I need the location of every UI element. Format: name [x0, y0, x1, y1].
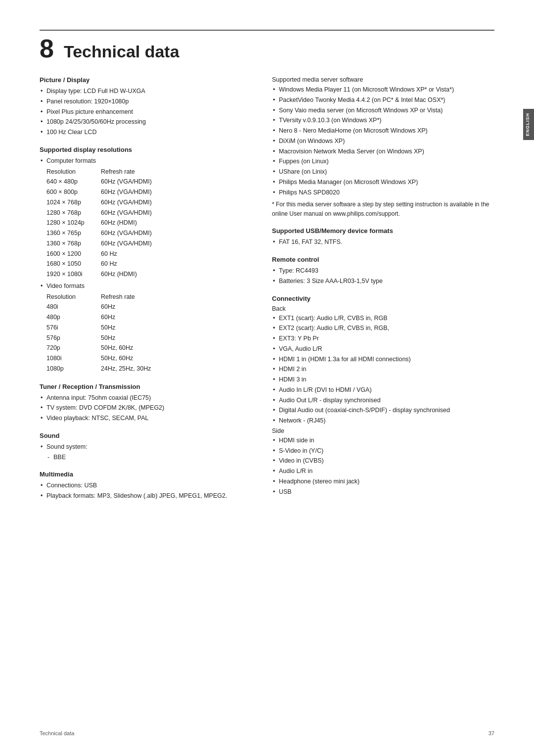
list-item: Antenna input: 75ohm coaxial (IEC75)	[40, 393, 252, 403]
list-item: HDMI 1 in (HDMI 1.3a for all HDMI connec…	[272, 355, 494, 364]
table-cell: 50Hz	[101, 323, 252, 333]
table-row: 1024 × 768p 60Hz (VGA/HDMI)	[46, 197, 252, 208]
list-item: VGA, Audio L/R	[272, 344, 494, 354]
table-row: 600 × 800p 60Hz (VGA/HDMI)	[46, 187, 252, 197]
table-cell: 60Hz	[101, 312, 252, 323]
table-row: 1600 × 1200 60 Hz	[46, 249, 252, 259]
footer-right: 37	[489, 730, 494, 736]
list-item: Audio Out L/R - display synchronised	[272, 396, 494, 405]
table-cell: 640 × 480p	[46, 177, 101, 187]
table-cell: 1080p	[46, 364, 101, 374]
table-row: 1680 × 1050 60 Hz	[46, 259, 252, 269]
computer-table-block: Resolution Refresh rate 640 × 480p 60Hz …	[40, 167, 252, 280]
list-item: Type: RC4493	[272, 266, 494, 276]
list-item: TVersity v.0.9.10.3 (on Windows XP*)	[272, 116, 494, 125]
list-item: Fuppes (on Linux)	[272, 157, 494, 166]
table-cell: Refresh rate	[101, 167, 252, 177]
supported-display-heading: Supported display resolutions	[40, 146, 252, 153]
list-item: BBE	[40, 453, 252, 462]
table-cell: 60Hz (VGA/HDMI)	[101, 197, 252, 208]
remote-control-list: Type: RC4493 Batteries: 3 Size AAA-LR03-…	[272, 266, 494, 286]
list-item: Batteries: 3 Size AAA-LR03-1,5V type	[272, 277, 494, 286]
table-cell: 600 × 800p	[46, 187, 101, 197]
table-cell: 576p	[46, 333, 101, 343]
table-cell: 480i	[46, 302, 101, 312]
list-item: Connections: USB	[40, 481, 252, 490]
list-item: Playback formats: MP3, Slideshow (.alb) …	[40, 491, 252, 501]
language-tab: ENGLISH	[523, 109, 534, 140]
table-cell: 720p	[46, 343, 101, 353]
list-item: PacketVideo Twonky Media 4.4.2 (on PC* &…	[272, 95, 494, 105]
computer-resolution-table: Resolution Refresh rate 640 × 480p 60Hz …	[46, 167, 252, 280]
list-item: Panel resolution: 1920×1080p	[40, 97, 252, 106]
remote-control-heading: Remote control	[272, 256, 494, 263]
section-number: 8	[40, 36, 54, 61]
list-item: 1080p 24/25/30/50/60Hz processing	[40, 117, 252, 127]
list-item: FAT 16, FAT 32, NTFS.	[272, 237, 494, 247]
list-item: Pixel Plus picture enhancement	[40, 107, 252, 117]
table-row: 1280 × 768p 60Hz (VGA/HDMI)	[46, 208, 252, 218]
tuner-list: Antenna input: 75ohm coaxial (IEC75) TV …	[40, 393, 252, 423]
list-item: EXT2 (scart): Audio L/R, CVBS in, RGB,	[272, 324, 494, 333]
section-heading: 8 Technical data	[40, 30, 494, 61]
list-item: Video playback: NTSC, SECAM, PAL	[40, 414, 252, 423]
table-row: 480i 60Hz	[46, 302, 252, 312]
list-item: Headphone (stereo mini jack)	[272, 477, 494, 486]
table-cell: 1280 × 1024p	[46, 218, 101, 228]
list-item: HDMI 2 in	[272, 365, 494, 374]
computer-formats-label-list: Computer formats	[40, 156, 252, 166]
table-cell: Refresh rate	[101, 292, 252, 302]
table-cell: 50Hz, 60Hz	[101, 343, 252, 353]
table-cell: 1024 × 768p	[46, 197, 101, 208]
video-resolution-table: Resolution Refresh rate 480i 60Hz 480p 6…	[46, 292, 252, 374]
usb-formats-list: FAT 16, FAT 32, NTFS.	[272, 237, 494, 247]
list-item: Network - (RJ45)	[272, 416, 494, 425]
list-item: EXT1 (scart): Audio L/R, CVBS in, RGB	[272, 314, 494, 323]
section-title: Technical data	[64, 42, 179, 61]
sound-heading: Sound	[40, 432, 252, 439]
media-server-list: Windows Media Player 11 (on Microsoft Wi…	[272, 85, 494, 197]
table-cell: 1360 × 765p	[46, 228, 101, 238]
computer-formats-label: Computer formats	[40, 156, 252, 166]
page-footer: Technical data 37	[40, 730, 494, 736]
list-item: Sound system:	[40, 442, 252, 452]
table-cell: 60Hz (VGA/HDMI)	[101, 187, 252, 197]
table-cell: 24Hz, 25Hz, 30Hz	[101, 364, 252, 374]
table-cell: 60 Hz	[101, 259, 252, 269]
table-row: 1360 × 768p 60Hz (VGA/HDMI)	[46, 238, 252, 249]
list-item: Audio In L/R (DVI to HDMI / VGA)	[272, 385, 494, 395]
table-cell: 50Hz, 60Hz	[101, 353, 252, 364]
table-cell: 60Hz (HDMI)	[101, 269, 252, 280]
list-item: HDMI side in	[272, 436, 494, 445]
table-cell: 1600 × 1200	[46, 249, 101, 259]
right-column: Supported media server software Windows …	[272, 76, 494, 502]
back-label: Back	[272, 305, 494, 312]
table-cell: 1920 × 1080i	[46, 269, 101, 280]
back-connectivity-list: EXT1 (scart): Audio L/R, CVBS in, RGB EX…	[272, 314, 494, 425]
footer-left: Technical data	[40, 730, 74, 736]
table-cell: 1280 × 768p	[46, 208, 101, 218]
table-row: 640 × 480p 60Hz (VGA/HDMI)	[46, 177, 252, 187]
picture-display-heading: Picture / Display	[40, 76, 252, 84]
list-item: Philips NAS SPD8020	[272, 188, 494, 197]
table-row: 576p 50Hz	[46, 333, 252, 343]
table-row: Resolution Refresh rate	[46, 167, 252, 177]
list-item: EXT3: Y Pb Pr	[272, 334, 494, 343]
usb-formats-heading: Supported USB/Memory device formats	[272, 227, 494, 235]
list-item: Digital Audio out (coaxial-cinch-S/PDIF)…	[272, 406, 494, 415]
sound-list: Sound system: BBE	[40, 442, 252, 462]
table-row: 1280 × 1024p 60Hz (HDMI)	[46, 218, 252, 228]
table-row: Resolution Refresh rate	[46, 292, 252, 302]
table-row: 576i 50Hz	[46, 323, 252, 333]
tuner-heading: Tuner / Reception / Transmission	[40, 383, 252, 390]
table-cell: 60Hz	[101, 302, 252, 312]
list-item: Display type: LCD Full HD W-UXGA	[40, 87, 252, 96]
left-column: Picture / Display Display type: LCD Full…	[40, 76, 252, 502]
table-cell: 1080i	[46, 353, 101, 364]
table-cell: Resolution	[46, 292, 101, 302]
list-item: Sony Vaio media server (on Microsoft Win…	[272, 106, 494, 115]
content-columns: Picture / Display Display type: LCD Full…	[40, 76, 494, 502]
table-cell: 60Hz (VGA/HDMI)	[101, 177, 252, 187]
list-item: DiXiM (on Windows XP)	[272, 137, 494, 146]
multimedia-heading: Multimedia	[40, 471, 252, 478]
